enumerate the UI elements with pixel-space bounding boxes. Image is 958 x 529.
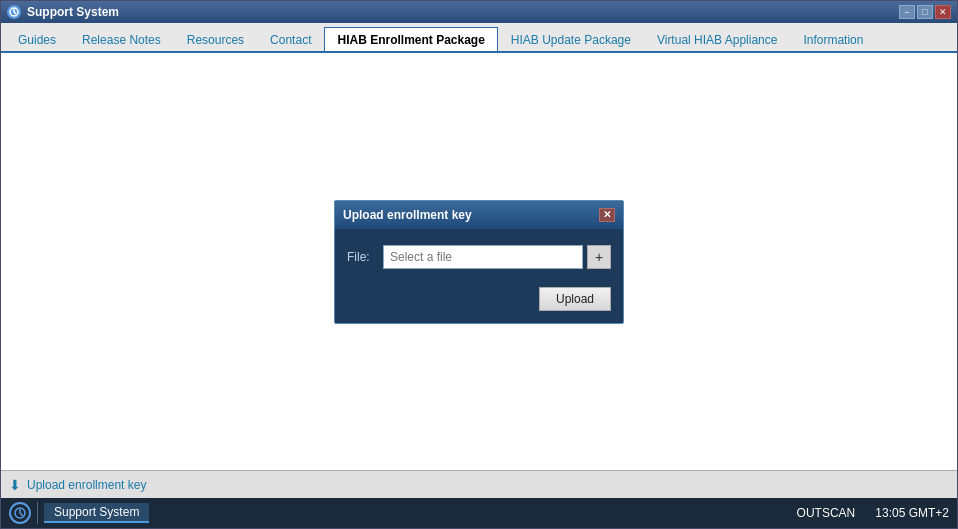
window-title: Support System [27, 5, 119, 19]
modal-content: File: + Upload [335, 229, 623, 323]
file-input[interactable] [383, 245, 583, 269]
tab-virtual-hiab[interactable]: Virtual HIAB Appliance [644, 27, 791, 51]
main-window: Support System − □ ✕ Guides Release Note… [0, 0, 958, 529]
modal-footer: Upload [347, 283, 611, 311]
tab-bar: Guides Release Notes Resources Contact H… [1, 23, 957, 53]
title-bar: Support System − □ ✕ [1, 1, 957, 23]
tab-guides[interactable]: Guides [5, 27, 69, 51]
upload-button[interactable]: Upload [539, 287, 611, 311]
taskbar-hostname: OUTSCAN [797, 506, 856, 520]
svg-line-5 [20, 513, 23, 516]
close-button[interactable]: ✕ [935, 5, 951, 19]
modal-overlay: Upload enrollment key ✕ File: + Upload [1, 53, 957, 470]
tab-hiab-enrollment[interactable]: HIAB Enrollment Package [324, 27, 497, 51]
taskbar-left: Support System [9, 502, 149, 524]
maximize-button[interactable]: □ [917, 5, 933, 19]
upload-modal: Upload enrollment key ✕ File: + Upload [334, 200, 624, 324]
app-icon [7, 5, 21, 19]
taskbar-time: 13:05 GMT+2 [875, 506, 949, 520]
tab-contact[interactable]: Contact [257, 27, 324, 51]
file-row: File: + [347, 245, 611, 269]
tab-resources[interactable]: Resources [174, 27, 257, 51]
taskbar-right: OUTSCAN 13:05 GMT+2 [797, 506, 949, 520]
file-label: File: [347, 250, 375, 264]
tab-release-notes[interactable]: Release Notes [69, 27, 174, 51]
taskbar: Support System OUTSCAN 13:05 GMT+2 [1, 498, 957, 528]
main-content: Upload enrollment key ✕ File: + Upload [1, 53, 957, 470]
taskbar-divider [37, 502, 38, 524]
window-controls: − □ ✕ [899, 5, 951, 19]
status-text: Upload enrollment key [27, 478, 146, 492]
svg-line-2 [14, 12, 16, 14]
minimize-button[interactable]: − [899, 5, 915, 19]
status-bar: ⬇ Upload enrollment key [1, 470, 957, 498]
modal-title-bar: Upload enrollment key ✕ [335, 201, 623, 229]
status-icon: ⬇ [9, 477, 21, 493]
tab-hiab-update[interactable]: HIAB Update Package [498, 27, 644, 51]
title-bar-left: Support System [7, 5, 119, 19]
tab-information[interactable]: Information [790, 27, 876, 51]
modal-title: Upload enrollment key [343, 208, 472, 222]
taskbar-logo [9, 502, 31, 524]
modal-close-button[interactable]: ✕ [599, 208, 615, 222]
taskbar-app-label[interactable]: Support System [44, 503, 149, 523]
browse-button[interactable]: + [587, 245, 611, 269]
file-input-group: + [383, 245, 611, 269]
